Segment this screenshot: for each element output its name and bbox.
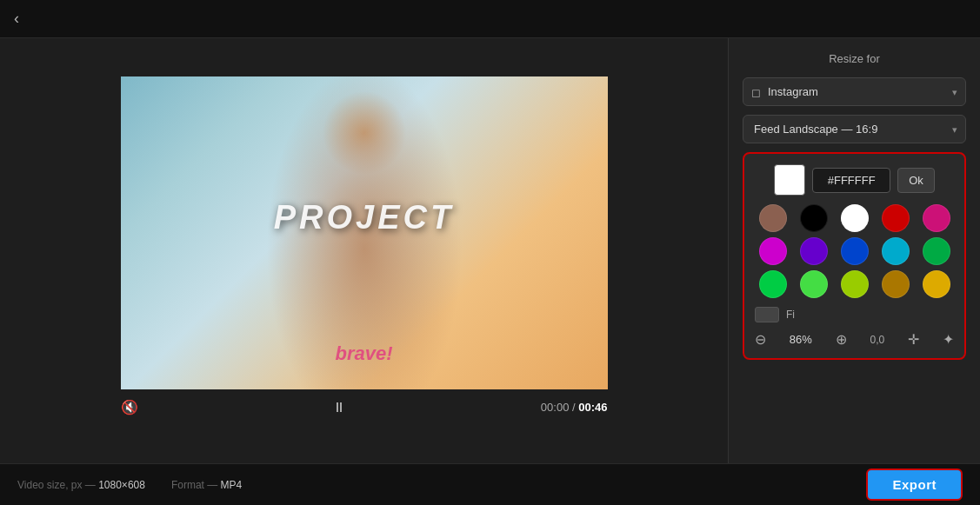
platform-select-wrapper: ◻ Instagram YouTube Facebook TikTok ▾ <box>743 77 966 106</box>
swatch-cyan[interactable] <box>882 237 910 265</box>
swatch-red[interactable] <box>882 204 910 232</box>
swatch-white[interactable] <box>841 204 869 232</box>
video-size-value: 1080×608 <box>98 479 145 491</box>
controls-center: ⏸ <box>332 398 346 416</box>
platform-select[interactable]: Instagram YouTube Facebook TikTok <box>743 77 966 106</box>
pause-button[interactable]: ⏸ <box>332 400 346 415</box>
swatch-green[interactable] <box>923 237 950 265</box>
format-info: Format — MP4 MOV GIF <box>171 479 245 491</box>
time-current: 00:00 <box>541 401 570 414</box>
zoom-out-icon[interactable]: ⊖ <box>755 331 766 348</box>
format-bottom-select[interactable]: MP4 MOV GIF <box>221 479 245 491</box>
color-input-row: #FFFFFF Ok <box>755 164 954 196</box>
video-thumbnail: PROJECT brave! <box>121 76 608 389</box>
swatch-lime-green[interactable] <box>759 270 787 298</box>
resize-for-label: Resize for <box>743 52 966 65</box>
swatch-purple[interactable] <box>800 237 828 265</box>
zoom-in-icon[interactable]: ⊕ <box>836 331 847 348</box>
zoom-percentage: 86% <box>790 333 812 346</box>
fill-label: Fi <box>786 309 795 321</box>
swatch-yellow-green[interactable] <box>841 270 869 298</box>
instagram-icon: ◻ <box>751 85 761 98</box>
fill-checkbox[interactable] <box>755 307 779 322</box>
color-swatch-preview[interactable] <box>774 164 805 196</box>
controls-right: 00:00 / 00:46 <box>541 401 608 414</box>
fill-row: Fi <box>755 307 954 322</box>
color-picker-panel: #FFFFFF Ok <box>743 152 966 360</box>
swatch-black[interactable] <box>800 204 828 232</box>
position-display: 0,0 <box>870 334 885 346</box>
export-button[interactable]: Export <box>866 468 963 501</box>
main-content: PROJECT brave! 🔇 ⏸ 00:00 / 00:46 Resize … <box>0 38 980 463</box>
video-container[interactable]: PROJECT brave! <box>121 76 608 389</box>
video-size-label: Video size, px — <box>17 479 96 491</box>
color-swatches-grid <box>755 204 954 298</box>
right-panel: Resize for ◻ Instagram YouTube Facebook … <box>728 38 980 463</box>
swatch-blue[interactable] <box>841 237 869 265</box>
brave-text-overlay: brave! <box>335 342 392 365</box>
format-select-wrapper: Feed Landscape — 16:9 Feed Square — 1:1 … <box>743 115 966 143</box>
bottom-controls-row: ⊖ 86% ⊕ 0,0 ✛ ✦ <box>755 331 954 348</box>
time-display: 00:00 / 00:46 <box>541 401 608 414</box>
effects-icon[interactable]: ✦ <box>943 331 954 348</box>
video-size-info: Video size, px — 1080×608 <box>17 479 145 491</box>
format-select[interactable]: Feed Landscape — 16:9 Feed Square — 1:1 … <box>743 115 966 143</box>
bottom-bar: Video size, px — 1080×608 Format — MP4 M… <box>0 463 980 505</box>
color-hex-input[interactable]: #FFFFFF <box>812 168 890 193</box>
time-total: 00:46 <box>578 401 607 414</box>
back-button[interactable]: ‹ <box>14 10 19 28</box>
mute-icon[interactable]: 🔇 <box>121 399 138 415</box>
video-area: PROJECT brave! 🔇 ⏸ 00:00 / 00:46 <box>0 38 728 463</box>
color-ok-button[interactable]: Ok <box>897 168 935 193</box>
top-bar: ‹ <box>0 0 980 38</box>
swatch-dark-gold[interactable] <box>882 270 910 298</box>
bottom-info: Video size, px — 1080×608 Format — MP4 M… <box>17 479 245 491</box>
project-text-overlay: PROJECT <box>274 199 454 236</box>
controls-left: 🔇 <box>121 399 138 415</box>
swatch-gold[interactable] <box>923 270 950 298</box>
swatch-magenta[interactable] <box>759 237 787 265</box>
move-icon[interactable]: ✛ <box>908 331 919 348</box>
swatch-brown[interactable] <box>759 204 787 232</box>
swatch-pink[interactable] <box>923 204 950 232</box>
video-controls: 🔇 ⏸ 00:00 / 00:46 <box>121 389 608 425</box>
format-label: Format — <box>171 479 217 491</box>
swatch-bright-green[interactable] <box>800 270 828 298</box>
